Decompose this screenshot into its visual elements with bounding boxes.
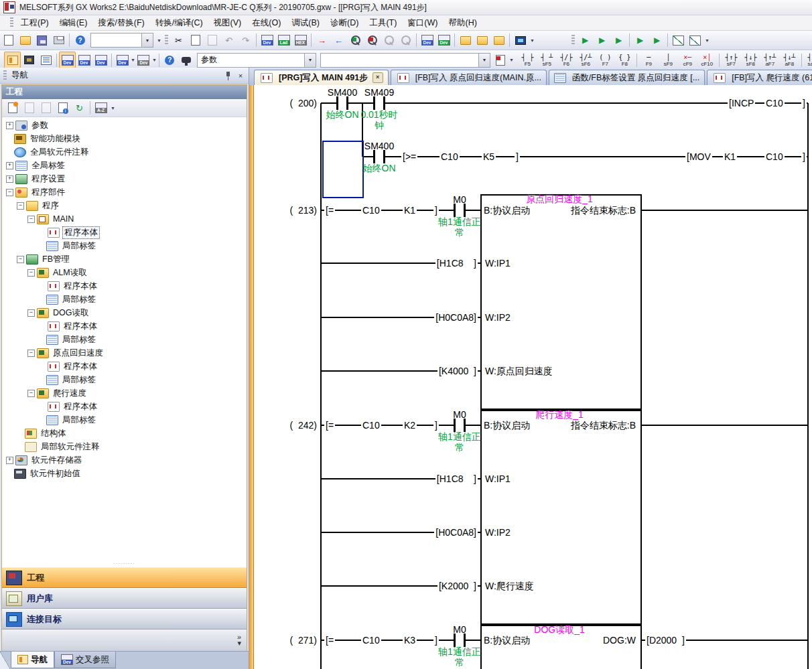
menu-view[interactable]: 视图(V) [208,15,247,31]
tree-global-label[interactable]: +全局标签 [2,159,247,172]
ladder-canvas[interactable]: ( 200)( 213)( 242)( 271)SM400SM409SM400M… [254,85,812,669]
device-display-mode-button[interactable]: Dev [114,52,131,68]
print-button[interactable] [50,32,67,49]
tree-expander-icon[interactable]: − [27,269,35,277]
ladder-find-button[interactable]: Lad [275,32,292,49]
save-button[interactable] [33,32,50,49]
pulse-falling-branch-button[interactable]: ┤↓┴aF8 [780,51,799,70]
new-item-button[interactable] [4,100,21,117]
tree-device-initial-value[interactable]: 软元件初始值 [2,467,247,480]
delete-vertical-line-button[interactable]: ×│cF10 [697,51,717,70]
selection-cursor[interactable] [322,141,364,198]
search-green-button[interactable] [347,32,364,49]
tree-expander-icon[interactable]: + [6,122,13,129]
tree-local-device-comment[interactable]: 局部软元件注释 [2,440,247,453]
close-icon[interactable]: × [235,71,246,80]
tree-fb-management[interactable]: −FB管理 [2,252,247,266]
sampling-trace-button[interactable] [670,32,687,49]
menu-edit[interactable]: 编辑(E) [54,15,93,31]
tree-home-local-label[interactable]: 局部标签 [2,373,247,386]
monitor-stop-button[interactable]: ▶ [594,32,610,49]
chevron-drop-icon[interactable]: ▾ [237,640,241,646]
bottom-tab-cross-reference[interactable]: Dev交叉参照 [54,652,116,668]
tree-creep-program-body[interactable]: 程序本体 [2,400,247,413]
menu-project[interactable]: 工程(P) [15,15,54,31]
find-binocular-button[interactable] [178,52,195,68]
monitor-start-button[interactable]: ▶ [577,32,594,49]
new-button[interactable] [0,32,17,49]
monitor-pulse-button[interactable]: ▶ [610,32,627,49]
tree-home-program-body[interactable]: 程序本体 [2,360,247,373]
cut-button[interactable]: ✂ [170,32,187,49]
horizontal-line-button[interactable]: ─F9 [639,51,659,70]
zoom-combo-arrow-icon[interactable]: ▼ [141,33,153,47]
device-comment-button[interactable]: Dev [419,32,435,49]
stack-project[interactable]: 工程 [2,567,247,588]
menu-diagnostics[interactable]: 诊断(D) [325,15,364,31]
tree-dog-local-label[interactable]: 局部标签 [2,333,247,346]
tree-expander-icon[interactable]: − [27,390,35,397]
tree-alm-program-body[interactable]: 程序本体 [2,279,247,293]
tree-dog-program-body[interactable]: 程序本体 [2,319,247,333]
monitor-write-button[interactable]: ▶ [649,32,665,49]
sampling-trace-setting-button[interactable] [687,32,703,49]
device-comment-edit-button[interactable]: Dev [435,32,452,49]
tab-close-icon[interactable]: × [373,72,383,83]
monitor-display-button[interactable] [512,32,529,49]
device-skip-button[interactable]: Dev [135,52,152,68]
tree-main-local-label[interactable]: 局部标签 [2,239,247,252]
pulse-rising-branch-button[interactable]: ┤↑┴aF7 [760,51,780,70]
device-find-button[interactable]: Dev [259,32,275,49]
copy-button[interactable] [187,32,204,49]
splitter-dots[interactable]: ········· [2,561,247,567]
tree-main[interactable]: −MAIN [2,212,247,226]
target-combo-arrow-icon[interactable]: ▼ [304,54,316,67]
tree-fb-creep-speed[interactable]: −爬行速度 [2,386,247,400]
menu-grip[interactable] [10,17,13,28]
application-instruction-button[interactable]: { }F8 [615,51,634,70]
note-insert-button[interactable] [490,32,507,49]
find-combo-arrow-icon[interactable]: ▼ [478,54,490,67]
dropdown-arrow-icon[interactable]: ▼ [131,53,135,68]
tree-expander-icon[interactable]: − [27,309,35,317]
dropdown-arrow-icon[interactable]: ▼ [509,53,514,68]
device-comment-display-button[interactable]: Dev [59,52,76,68]
hex-find-button[interactable]: HEX [292,32,309,49]
menu-convert-compile[interactable]: 转换/编译(C) [150,15,208,31]
monitor-watch-button[interactable]: ▶ [632,32,649,49]
menu-online[interactable]: 在线(O) [247,15,286,31]
help-button[interactable]: ? [72,32,88,49]
tab-creep-speed-fb[interactable]: [FB]写入 爬行速度 (61)步 [707,70,812,85]
tree-alm-local-label[interactable]: 局部标签 [2,293,247,306]
stack-connection-target[interactable]: 连接目标 [2,609,247,629]
module-configuration-button[interactable] [21,52,38,68]
ladder-editor[interactable]: ( 200)( 213)( 242)( 271)SM400SM409SM400M… [249,85,812,669]
device-batch-button[interactable]: Dev [92,52,109,68]
tree-device-memory[interactable]: +软元件存储器 [2,453,247,467]
tree-expander-icon[interactable]: + [6,162,13,169]
find-combo[interactable]: ▼ [320,53,490,68]
stack-user-library[interactable]: 用户库 [2,588,247,609]
tree-expander-icon[interactable]: + [6,457,13,464]
tree-parameter[interactable]: +参数 [2,119,247,132]
project-tree[interactable]: +参数智能功能模块全局软元件注释+全局标签+程序设置−程序部件−程序−MAIN程… [2,117,247,561]
jump-forward-button[interactable]: → [314,32,330,49]
tree-expander-icon[interactable]: − [17,256,24,263]
dropdown-arrow-icon[interactable]: ▼ [155,33,163,48]
search-red-button[interactable] [364,32,381,49]
navigation-grip[interactable] [3,70,7,81]
tab-home-speed-fb[interactable]: [FB]写入 原点回归速度(MAIN.原... [391,70,547,85]
jump-back-button[interactable]: ← [330,32,347,49]
coil-button[interactable]: ( )F7 [596,51,615,70]
work-list-button[interactable] [38,52,54,68]
pin-icon[interactable] [222,71,232,80]
refresh-button[interactable]: ↻ [71,100,88,117]
stack-chevron-bar[interactable]: » ▾ [2,629,247,651]
tree-creep-local-label[interactable]: 局部标签 [2,413,247,427]
dropdown-arrow-icon[interactable]: ▼ [703,33,711,48]
open-button[interactable] [17,32,33,49]
menu-debug[interactable]: 调试(B) [286,15,325,31]
dropdown-arrow-icon[interactable]: ▼ [529,33,536,48]
pulse-rising-button[interactable]: ┤↑├sF7 [722,51,741,70]
tree-expander-icon[interactable]: − [17,202,24,210]
